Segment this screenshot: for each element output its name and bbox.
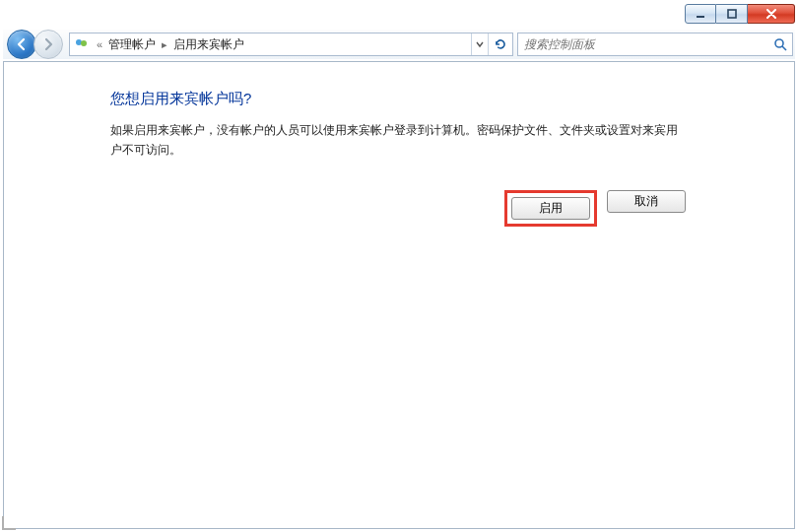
svg-point-4 <box>775 39 783 47</box>
page-heading: 您想启用来宾帐户吗? <box>110 90 686 108</box>
svg-rect-1 <box>728 10 736 18</box>
nav-row: « 管理帐户 ▸ 启用来宾帐户 <box>3 30 795 59</box>
minimize-button[interactable] <box>685 4 716 24</box>
svg-point-3 <box>81 40 87 46</box>
breadcrumb[interactable]: « 管理帐户 ▸ 启用来宾帐户 <box>69 33 513 56</box>
breadcrumb-seg-1[interactable]: 管理帐户 <box>106 36 158 53</box>
back-button[interactable] <box>7 30 36 59</box>
svg-point-2 <box>76 39 82 45</box>
cancel-button[interactable]: 取消 <box>607 190 686 213</box>
search-box[interactable] <box>517 33 793 56</box>
breadcrumb-dropdown[interactable] <box>471 33 488 55</box>
forward-button[interactable] <box>33 30 63 59</box>
enable-button[interactable]: 启用 <box>511 197 590 220</box>
svg-line-5 <box>782 46 786 50</box>
search-input[interactable] <box>518 37 768 51</box>
page-description: 如果启用来宾帐户，没有帐户的人员可以使用来宾帐户登录到计算机。密码保护文件、文件… <box>110 120 686 161</box>
users-icon <box>73 36 91 52</box>
svg-rect-0 <box>697 16 704 18</box>
refresh-button[interactable] <box>488 33 512 55</box>
button-row: 启用 取消 <box>110 190 686 227</box>
highlight-annotation: 启用 <box>504 190 597 227</box>
breadcrumb-sep-icon: « <box>93 38 106 50</box>
breadcrumb-seg-2[interactable]: 启用来宾帐户 <box>171 36 246 53</box>
chevron-right-icon: ▸ <box>158 38 171 51</box>
search-icon[interactable] <box>768 37 792 51</box>
maximize-button[interactable] <box>716 4 748 24</box>
window-controls <box>685 4 795 26</box>
close-button[interactable] <box>748 4 795 24</box>
content-pane: 您想启用来宾帐户吗? 如果启用来宾帐户，没有帐户的人员可以使用来宾帐户登录到计算… <box>3 61 795 529</box>
